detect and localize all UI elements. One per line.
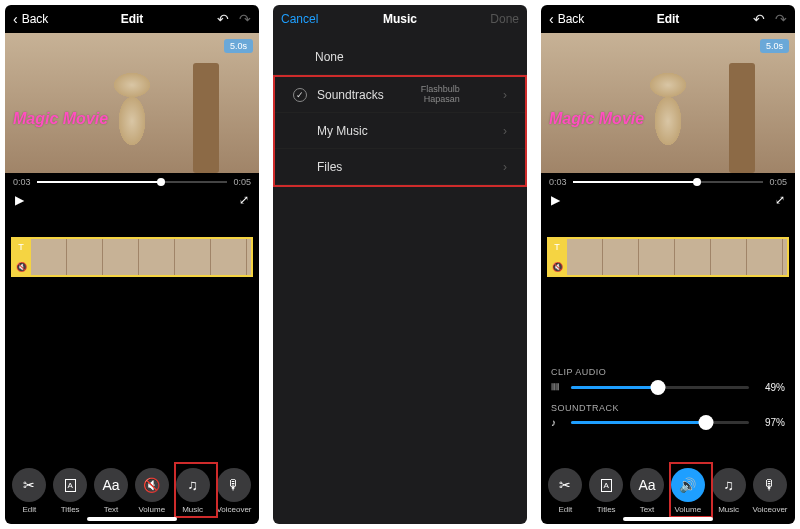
chevron-left-icon: ‹ <box>13 11 18 27</box>
text-icon: Aa <box>102 477 119 493</box>
nav-bar: Cancel Music Done <box>273 5 527 33</box>
tool-voiceover[interactable]: 🎙Voiceover <box>752 468 787 514</box>
row-label: None <box>315 50 344 64</box>
undo-icon[interactable]: ↶ <box>753 11 765 27</box>
expand-icon[interactable]: ⤢ <box>239 193 249 207</box>
tool-label: Volume <box>674 505 701 514</box>
tool-titles[interactable]: ATitles <box>53 468 87 514</box>
title-card-icon: A <box>601 479 612 492</box>
timeline[interactable]: T🔇 <box>5 237 259 277</box>
music-row-mymusic[interactable]: My Music › <box>275 113 525 149</box>
time-total: 0:05 <box>769 177 787 187</box>
back-label: Back <box>22 12 49 26</box>
tool-label: Music <box>718 505 739 514</box>
clip-head: T🔇 <box>547 237 567 277</box>
tool-label: Text <box>104 505 119 514</box>
undo-icon[interactable]: ↶ <box>217 11 229 27</box>
tool-edit[interactable]: ✂Edit <box>12 468 46 514</box>
tool-voiceover[interactable]: 🎙Voiceover <box>216 468 251 514</box>
back-button[interactable]: ‹ Back <box>13 11 73 27</box>
microphone-icon: 🎙 <box>227 477 241 493</box>
slider-value: 49% <box>755 382 785 393</box>
speaker-mute-icon: 🔇 <box>143 477 160 493</box>
chevron-right-icon: › <box>503 124 507 138</box>
expand-icon[interactable]: ⤢ <box>775 193 785 207</box>
tool-label: Titles <box>61 505 80 514</box>
time-total: 0:05 <box>233 177 251 187</box>
highlight-box: ✓ Soundtracks FlashbulbHapasan › My Musi… <box>273 75 527 187</box>
tool-label: Titles <box>597 505 616 514</box>
slider-label: CLIP AUDIO <box>551 367 785 377</box>
text-icon: Aa <box>638 477 655 493</box>
duration-badge: 5.0s <box>760 39 789 53</box>
tool-volume[interactable]: 🔇Volume <box>135 468 169 514</box>
duration-badge: 5.0s <box>224 39 253 53</box>
tool-volume[interactable]: 🔊Volume <box>671 468 705 514</box>
music-row-none[interactable]: None <box>273 39 527 75</box>
clip-thumbs[interactable] <box>567 237 789 277</box>
title-overlay: Magic Movie <box>13 110 108 128</box>
home-indicator <box>623 517 713 521</box>
microphone-icon: 🎙 <box>763 477 777 493</box>
chevron-right-icon: › <box>503 88 507 102</box>
row-subtitle: FlashbulbHapasan <box>421 85 460 105</box>
nav-title: Music <box>383 12 417 26</box>
tool-text[interactable]: AaText <box>94 468 128 514</box>
music-note-icon: ♫ <box>187 477 198 493</box>
tool-label: Voiceover <box>216 505 251 514</box>
scissors-icon: ✂ <box>559 477 571 493</box>
scissors-icon: ✂ <box>23 477 35 493</box>
done-button[interactable]: Done <box>490 12 519 26</box>
timeline[interactable]: T🔇 <box>541 237 795 277</box>
music-note-icon: ♪ <box>551 417 565 428</box>
row-label: Soundtracks <box>317 88 384 102</box>
tool-music[interactable]: ♫Music <box>176 468 210 514</box>
slider-value: 97% <box>755 417 785 428</box>
checkmark-icon: ✓ <box>293 88 307 102</box>
nav-bar: ‹ Back Edit ↶ ↷ <box>541 5 795 33</box>
music-row-soundtracks[interactable]: ✓ Soundtracks FlashbulbHapasan › <box>275 77 525 113</box>
scrubber[interactable]: 0:03 0:05 <box>5 173 259 191</box>
clip-audio-slider[interactable]: CLIP AUDIO ⦀⦀ 49% <box>551 367 785 393</box>
cancel-button[interactable]: Cancel <box>281 12 318 26</box>
tool-titles[interactable]: ATitles <box>589 468 623 514</box>
scrubber[interactable]: 0:03 0:05 <box>541 173 795 191</box>
volume-panel: CLIP AUDIO ⦀⦀ 49% SOUNDTRACK ♪ 97% <box>551 367 785 438</box>
waveform-icon: ⦀⦀ <box>551 381 565 393</box>
video-preview[interactable]: 5.0s Magic Movie <box>5 33 259 173</box>
tool-music[interactable]: ♫Music <box>712 468 746 514</box>
soundtrack-slider[interactable]: SOUNDTRACK ♪ 97% <box>551 403 785 428</box>
tool-label: Text <box>640 505 655 514</box>
nav-title: Edit <box>121 12 144 26</box>
chevron-right-icon: › <box>503 160 507 174</box>
music-note-icon: ♫ <box>723 477 734 493</box>
tool-text[interactable]: AaText <box>630 468 664 514</box>
redo-icon[interactable]: ↷ <box>775 11 787 27</box>
music-list: None ✓ Soundtracks FlashbulbHapasan › My… <box>273 33 527 187</box>
play-icon[interactable]: ▶ <box>15 193 24 207</box>
toolbar: ✂Edit ATitles AaText 🔊Volume ♫Music 🎙Voi… <box>541 468 795 514</box>
nav-bar: ‹ Back Edit ↶ ↷ <box>5 5 259 33</box>
row-label: My Music <box>317 124 368 138</box>
tool-edit[interactable]: ✂Edit <box>548 468 582 514</box>
tool-label: Volume <box>138 505 165 514</box>
tool-label: Music <box>182 505 203 514</box>
music-row-files[interactable]: Files › <box>275 149 525 185</box>
tool-label: Edit <box>558 505 572 514</box>
music-picker-screen: Cancel Music Done None ✓ Soundtracks Fla… <box>273 5 527 524</box>
redo-icon[interactable]: ↷ <box>239 11 251 27</box>
editor-screen-music-highlight: ‹ Back Edit ↶ ↷ 5.0s Magic Movie 0:03 0:… <box>5 5 259 524</box>
clip-head: T🔇 <box>11 237 31 277</box>
video-preview[interactable]: 5.0s Magic Movie <box>541 33 795 173</box>
back-button[interactable]: ‹ Back <box>549 11 609 27</box>
row-label: Files <box>317 160 342 174</box>
time-current: 0:03 <box>549 177 567 187</box>
clip-thumbs[interactable] <box>31 237 253 277</box>
tool-label: Voiceover <box>752 505 787 514</box>
title-card-icon: A <box>65 479 76 492</box>
play-icon[interactable]: ▶ <box>551 193 560 207</box>
nav-title: Edit <box>657 12 680 26</box>
editor-screen-volume: ‹ Back Edit ↶ ↷ 5.0s Magic Movie 0:03 0:… <box>541 5 795 524</box>
time-current: 0:03 <box>13 177 31 187</box>
tool-label: Edit <box>22 505 36 514</box>
